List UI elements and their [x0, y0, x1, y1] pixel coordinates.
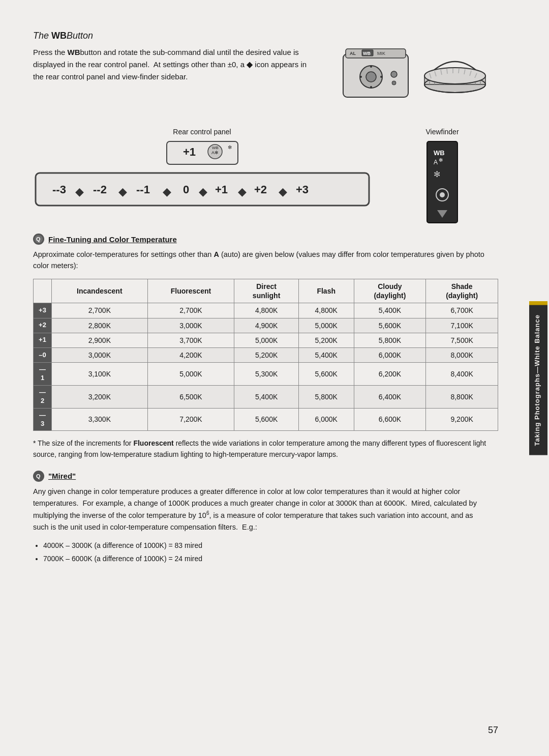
- title-the: The: [33, 31, 49, 41]
- cell-value: 7,200K: [147, 408, 234, 431]
- cell-value: 5,600K: [298, 363, 354, 386]
- svg-text:+3: +3: [296, 183, 309, 196]
- sidebar: Taking Photographs—White Balance: [528, 0, 549, 756]
- svg-point-11: [360, 76, 362, 78]
- row-label: —3: [34, 408, 52, 431]
- col-header-empty: [34, 279, 52, 303]
- cell-value: 5,600K: [354, 318, 426, 333]
- svg-point-9: [380, 76, 382, 78]
- cell-value: 5,300K: [234, 363, 299, 386]
- table-row: —13,100K5,000K5,300K5,600K6,200K8,400K: [34, 363, 498, 386]
- intro-text-area: Press the WBbutton and rotate the sub-co…: [33, 46, 341, 93]
- svg-point-13: [392, 81, 396, 85]
- col-header-cloudy: Cloudy(daylight): [354, 279, 426, 303]
- svg-point-7: [366, 72, 376, 82]
- svg-point-12: [391, 71, 397, 77]
- svg-rect-38: [167, 141, 238, 164]
- cell-value: 2,700K: [52, 303, 148, 318]
- cell-value: 4,200K: [147, 347, 234, 362]
- svg-text:◆: ◆: [163, 185, 171, 198]
- cell-value: 5,000K: [147, 363, 234, 386]
- col-header-direct-sunlight: Directsunlight: [234, 279, 299, 303]
- svg-text:A: A: [434, 159, 438, 166]
- cell-value: 9,200K: [426, 408, 498, 431]
- svg-text:Q: Q: [36, 473, 41, 479]
- svg-text:WB: WB: [363, 51, 371, 56]
- svg-point-10: [370, 86, 372, 88]
- fine-tuning-icon: Q: [33, 234, 44, 245]
- svg-text:◆: ◆: [199, 185, 207, 198]
- svg-text:Q: Q: [36, 236, 41, 242]
- cell-value: 2,800K: [52, 318, 148, 333]
- svg-text:A✻: A✻: [211, 150, 219, 155]
- cell-value: 6,200K: [354, 363, 426, 386]
- table-row: +12,900K3,700K5,000K5,200K5,800K7,500K: [34, 333, 498, 347]
- svg-point-8: [370, 66, 372, 68]
- sidebar-text: Taking Photographs—White Balance: [533, 314, 541, 446]
- svg-text:◆: ◆: [279, 185, 287, 198]
- table-body: +32,700K2,700K4,800K4,800K5,400K6,700K+2…: [34, 303, 498, 431]
- footnote: * The size of the increments for Fluores…: [33, 438, 491, 460]
- title-wb: WB: [51, 31, 67, 41]
- section-title: The WBButton: [33, 31, 498, 41]
- cell-value: 3,300K: [52, 408, 148, 431]
- bullet-item-1: 4000K – 3000K (a difference of 1000K) = …: [43, 539, 498, 552]
- col-header-incandescent: Incandescent: [52, 279, 148, 303]
- camera-body-diagram: AL WB MIK: [341, 46, 412, 102]
- sidebar-accent: [529, 301, 547, 305]
- svg-text:◆: ◆: [118, 185, 127, 198]
- svg-text:✻: ✻: [228, 144, 232, 150]
- cell-value: 3,700K: [147, 333, 234, 347]
- cell-value: 5,000K: [298, 318, 354, 333]
- svg-text:--3: --3: [52, 183, 66, 196]
- title-button: Button: [67, 31, 93, 41]
- svg-text:+1: +1: [183, 146, 196, 158]
- cell-value: 3,000K: [147, 318, 234, 333]
- cell-value: 6,700K: [426, 303, 498, 318]
- row-label: +2: [34, 318, 52, 333]
- table-header-row: Incandescent Fluorescent Directsunlight …: [34, 279, 498, 303]
- cell-value: 5,600K: [234, 408, 299, 431]
- cell-value: 5,400K: [234, 385, 299, 408]
- svg-text:WB: WB: [434, 149, 445, 157]
- cell-value: 6,500K: [147, 385, 234, 408]
- cell-value: 6,600K: [354, 408, 426, 431]
- col-header-shade: Shade(daylight): [426, 279, 498, 303]
- cell-value: 5,200K: [298, 333, 354, 347]
- svg-text:AL: AL: [350, 51, 356, 56]
- color-temperature-table: Incandescent Fluorescent Directsunlight …: [33, 279, 498, 431]
- rear-control-small-display: +1 WB A✻ ✻: [162, 139, 243, 167]
- row-label: +3: [34, 303, 52, 318]
- viewfinder-label: Viewfinder: [425, 128, 459, 136]
- mired-paragraph: Any given change in color temperature pr…: [33, 486, 491, 534]
- cell-value: 6,400K: [354, 385, 426, 408]
- svg-text:--1: --1: [136, 183, 150, 196]
- viewfinder-diagram: WB A ✻ ✻: [419, 139, 465, 225]
- cell-value: 4,800K: [298, 303, 354, 318]
- svg-line-34: [459, 68, 459, 73]
- mired-bullets: 4000K – 3000K (a difference of 1000K) = …: [43, 539, 498, 565]
- svg-text:✻: ✻: [434, 170, 440, 179]
- cell-value: 3,000K: [52, 347, 148, 362]
- row-label: —1: [34, 363, 52, 386]
- fine-tuning-intro: Approximate color-temperatures for setti…: [33, 249, 491, 272]
- col-header-flash: Flash: [298, 279, 354, 303]
- cell-value: 2,700K: [147, 303, 234, 318]
- cell-value: 5,800K: [354, 333, 426, 347]
- page-number: 57: [488, 725, 498, 736]
- svg-point-64: [440, 192, 445, 197]
- cell-value: 5,000K: [234, 333, 299, 347]
- svg-text:✻: ✻: [439, 157, 443, 163]
- intro-paragraph: Press the WBbutton and rotate the sub-co…: [33, 46, 308, 83]
- wb-scale-display: --3 ◆ --2 ◆ --1 ◆ 0 ◆ +1 ◆ +2 ◆ +3: [35, 171, 370, 208]
- cell-value: 7,500K: [426, 333, 498, 347]
- svg-text:+1: +1: [215, 183, 228, 196]
- cell-value: 5,200K: [234, 347, 299, 362]
- cell-value: 4,800K: [234, 303, 299, 318]
- cell-value: 6,000K: [298, 408, 354, 431]
- viewfinder-section: Viewfinder WB A ✻ ✻: [386, 128, 498, 225]
- svg-text:+2: +2: [254, 183, 267, 196]
- row-label: +1: [34, 333, 52, 347]
- cell-value: 2,900K: [52, 333, 148, 347]
- table-row: +22,800K3,000K4,900K5,000K5,600K7,100K: [34, 318, 498, 333]
